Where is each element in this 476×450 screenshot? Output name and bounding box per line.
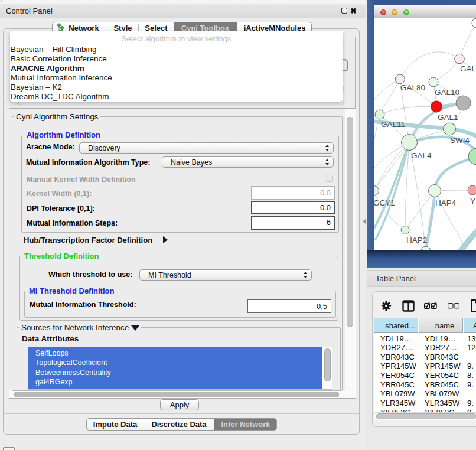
svg-text:Y: Y	[470, 197, 475, 206]
svg-text:GCY1: GCY1	[374, 198, 395, 207]
svg-text:SWI4: SWI4	[450, 136, 470, 145]
svg-text:HAP2: HAP2	[406, 236, 427, 244]
svg-text:HAP4: HAP4	[435, 198, 457, 207]
svg-text:GAL80: GAL80	[400, 83, 425, 92]
svg-text:GAL1: GAL1	[438, 113, 458, 122]
svg-text:GAL: GAL	[460, 64, 476, 73]
svg-text:GAL4: GAL4	[411, 151, 432, 160]
svg-text:GAL11: GAL11	[381, 120, 405, 129]
svg-text:GAL10: GAL10	[435, 88, 459, 97]
